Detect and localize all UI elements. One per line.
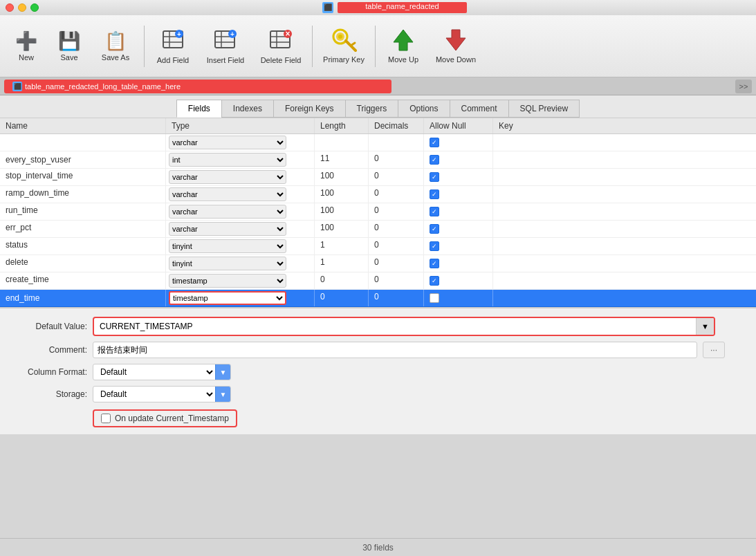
type-select[interactable]: varchar	[169, 187, 286, 201]
tab-fields[interactable]: Fields	[176, 100, 222, 118]
cell-allow-null: ✓	[424, 169, 493, 185]
type-select[interactable]: tinyint	[169, 257, 286, 270]
checkbox-checked[interactable]: ✓	[430, 259, 439, 268]
svg-marker-24	[446, 30, 465, 50]
checkbox-checked[interactable]: ✓	[430, 207, 439, 216]
tab-indexes[interactable]: Indexes	[221, 100, 274, 118]
save-button[interactable]: 💾 Save	[48, 19, 90, 73]
svg-text:+: +	[230, 30, 234, 38]
field-tabs: Fields Indexes Foreign Keys Triggers Opt…	[0, 95, 756, 118]
new-button[interactable]: ➕ New	[6, 19, 47, 73]
table-row: create_time timestamp 0 0 ✓	[0, 272, 756, 290]
table-row-selected[interactable]: end_time timestamp 0 0	[0, 290, 756, 307]
table-header: Name Type Length Decimals Allow Null Key	[0, 118, 756, 134]
status-bar: 30 fields	[0, 538, 756, 556]
svg-text:×: ×	[285, 29, 290, 39]
cell-type[interactable]: tinyint	[166, 255, 315, 272]
new-icon: ➕	[15, 30, 37, 52]
table-icon: ⬛	[12, 82, 22, 91]
type-select[interactable]: varchar	[169, 170, 286, 184]
move-down-button[interactable]: Move Down	[428, 19, 483, 73]
checkbox-checked[interactable]: ✓	[430, 172, 439, 182]
cell-allow-null: ✓	[424, 272, 493, 289]
type-select[interactable]: int	[169, 153, 286, 167]
cell-decimals	[369, 134, 424, 151]
tab-options[interactable]: Options	[398, 100, 450, 118]
move-up-button[interactable]: Move Up	[380, 19, 427, 73]
cell-decimals: 0	[369, 221, 424, 237]
insert-field-button[interactable]: + Insert Field	[199, 19, 252, 73]
minimize-button[interactable]	[18, 3, 26, 12]
primary-key-button[interactable]: Primary Key	[317, 19, 371, 73]
cell-name: run_time	[0, 203, 166, 220]
default-value-input[interactable]: CURRENT_TIMESTAMP	[94, 318, 696, 335]
checkbox-checked[interactable]: ✓	[430, 241, 439, 251]
delete-field-button[interactable]: × Delete Field	[254, 19, 308, 73]
cell-type[interactable]: varchar	[166, 186, 315, 203]
table-row: status tinyint 1 0 ✓	[0, 238, 756, 255]
cell-key	[493, 221, 756, 237]
type-select[interactable]: varchar	[169, 136, 286, 149]
close-button[interactable]	[6, 3, 14, 12]
tab-comment[interactable]: Comment	[450, 100, 509, 118]
col-header-type: Type	[166, 118, 315, 133]
move-up-icon	[392, 28, 414, 54]
cell-decimals: 0	[369, 169, 424, 185]
cell-type[interactable]: int	[166, 151, 315, 168]
checkbox-checked[interactable]: ✓	[430, 138, 439, 147]
toolbar-divider-1	[144, 26, 145, 67]
storage-select-container: Default ▼	[93, 386, 231, 402]
table-row: ramp_down_time varchar 100 0 ✓	[0, 186, 756, 203]
on-update-checkbox[interactable]	[101, 414, 111, 423]
checkbox-checked[interactable]: ✓	[430, 155, 439, 165]
type-select[interactable]: varchar	[169, 222, 286, 236]
cell-key	[493, 203, 756, 220]
checkbox-checked[interactable]: ✓	[430, 224, 439, 234]
type-select[interactable]: tinyint	[169, 239, 286, 253]
cell-type[interactable]: varchar	[166, 221, 315, 237]
cell-allow-null-selected	[424, 290, 493, 306]
default-value-dropdown-button[interactable]: ▼	[696, 318, 714, 335]
checkbox-checked[interactable]: ✓	[430, 189, 439, 199]
checkbox-checked[interactable]: ✓	[430, 276, 439, 286]
storage-select[interactable]: Default	[93, 387, 215, 402]
cell-type[interactable]: varchar	[166, 203, 315, 220]
tab-title[interactable]: table_name_redacted	[338, 2, 466, 13]
table-tab-name: table_name_redacted_long_table_name_here	[25, 82, 181, 91]
cell-length	[315, 134, 369, 151]
cell-length: 100	[315, 221, 369, 237]
save-icon: 💾	[58, 30, 80, 52]
cell-length: 1	[315, 238, 369, 254]
cell-length-selected: 0	[315, 290, 369, 306]
cell-name-selected: end_time	[0, 290, 166, 306]
save-as-button[interactable]: 📋 Save As	[91, 19, 140, 73]
default-value-row: Default Value: CURRENT_TIMESTAMP ▼	[11, 317, 745, 336]
cell-type[interactable]: varchar	[166, 169, 315, 185]
cell-type[interactable]: timestamp	[166, 272, 315, 289]
cell-key-selected	[493, 290, 756, 306]
checkbox-unchecked[interactable]	[430, 293, 439, 303]
maximize-button[interactable]	[30, 3, 39, 12]
storage-arrow[interactable]: ▼	[215, 387, 230, 402]
column-format-select[interactable]: Default	[93, 364, 215, 380]
tab-foreign-keys[interactable]: Foreign Keys	[273, 100, 346, 118]
table-tab[interactable]: ⬛ table_name_redacted_long_table_name_he…	[4, 80, 391, 93]
type-select[interactable]: timestamp	[169, 274, 286, 288]
comment-input[interactable]: 报告结束时间	[93, 342, 697, 358]
column-format-arrow[interactable]: ▼	[215, 364, 230, 380]
comment-row: Comment: 报告结束时间 ···	[11, 342, 745, 358]
cell-decimals: 0	[369, 186, 424, 203]
cell-name: delete	[0, 255, 166, 272]
comment-extra-button[interactable]: ···	[703, 342, 725, 358]
cell-type[interactable]: varchar	[166, 134, 315, 151]
type-select-selected[interactable]: timestamp	[169, 291, 286, 305]
cell-type[interactable]: tinyint	[166, 238, 315, 254]
cell-decimals: 0	[369, 238, 424, 254]
cell-type-selected[interactable]: timestamp	[166, 290, 315, 306]
type-select[interactable]: varchar	[169, 205, 286, 219]
add-field-button[interactable]: + Add Field	[149, 19, 197, 73]
toolbar: ➕ New 💾 Save 📋 Save As + Add Field	[0, 15, 756, 77]
tab-overflow-button[interactable]: >>	[735, 80, 752, 93]
tab-sql-preview[interactable]: SQL Preview	[508, 100, 580, 118]
tab-triggers[interactable]: Triggers	[345, 100, 399, 118]
